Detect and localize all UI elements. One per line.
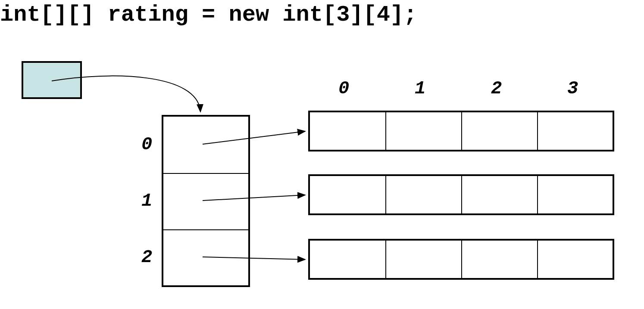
row-array-separator <box>385 241 386 278</box>
row-array-2 <box>308 239 614 280</box>
outer-array-separator <box>163 229 248 230</box>
row-array-0 <box>308 111 614 151</box>
row-array-separator <box>537 176 538 213</box>
row-array-1 <box>308 174 614 215</box>
outer-index-0: 0 <box>141 134 152 155</box>
code-declaration: int[][] rating = new int[3][4]; <box>0 2 417 28</box>
row-array-separator <box>461 176 462 213</box>
col-index-1: 1 <box>415 78 425 99</box>
row-array-separator <box>537 112 538 150</box>
outer-array-separator <box>163 173 248 174</box>
col-index-3: 3 <box>567 78 578 99</box>
diagram-stage: int[][] rating = new int[3][4]; 0 1 2 0 … <box>0 0 644 309</box>
col-index-2: 2 <box>491 78 502 99</box>
col-index-0: 0 <box>338 78 349 99</box>
row-array-separator <box>385 176 386 213</box>
row-array-separator <box>385 112 386 150</box>
outer-index-1: 1 <box>141 191 152 211</box>
row-array-separator <box>537 241 538 278</box>
variable-reference-box <box>22 61 82 99</box>
row-array-separator <box>461 241 462 278</box>
outer-array <box>162 115 250 287</box>
row-array-separator <box>461 112 462 150</box>
outer-index-2: 2 <box>141 247 152 268</box>
